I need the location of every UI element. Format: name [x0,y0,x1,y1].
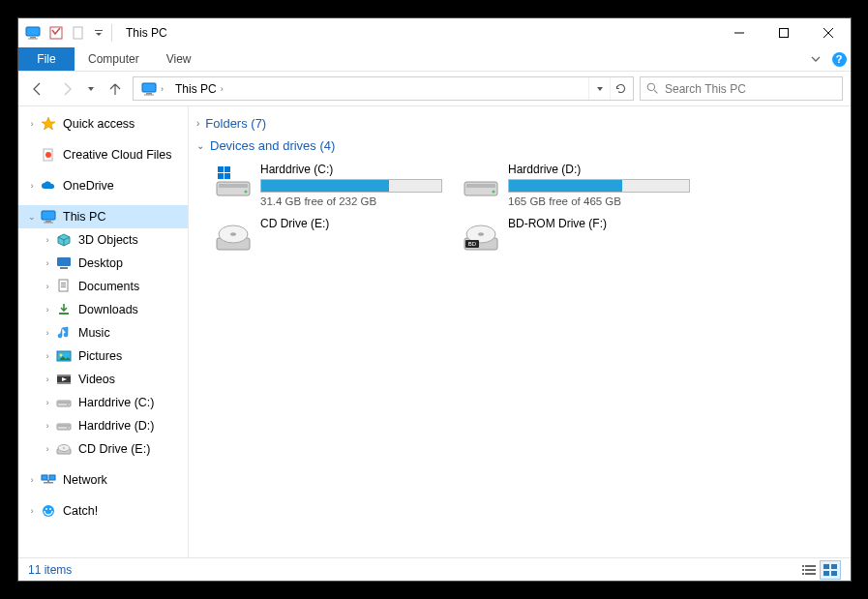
chevron-right-icon[interactable]: › [42,398,53,407]
drive-item[interactable]: Harddrive (C:)31.4 GB free of 232 GB [210,159,452,213]
drive-icon [55,394,73,411]
chevron-right-icon[interactable]: › [26,181,38,191]
svg-rect-64 [805,565,816,567]
maximize-button[interactable] [762,18,806,47]
forward-button[interactable] [55,77,78,101]
svg-point-54 [492,190,494,193]
svg-rect-50 [218,173,224,179]
chevron-right-icon[interactable]: › [42,421,53,431]
svg-rect-4 [74,27,82,39]
file-tab[interactable]: File [18,47,75,71]
chevron-right-icon[interactable]: › [221,84,224,94]
chevron-right-icon[interactable]: › [42,305,53,314]
svg-point-13 [45,152,51,158]
address-history-dropdown[interactable] [588,77,610,100]
chevron-right-icon[interactable]: › [26,119,38,129]
group-folders[interactable]: › Folders (7) [196,114,843,136]
sidebar-item-3d-objects[interactable]: ›3D Objects [18,228,188,252]
qat-dropdown-icon[interactable] [92,22,105,44]
drive-usage-bar [508,179,690,193]
svg-rect-1 [30,37,36,39]
svg-rect-38 [42,475,47,480]
svg-rect-51 [224,173,230,179]
svg-rect-67 [802,573,804,575]
sidebar-item-pictures[interactable]: ›Pictures [18,344,188,368]
sidebar-item-label: Downloads [78,303,138,316]
sidebar-item-creative-cloud-files[interactable]: Creative Cloud Files [18,143,188,166]
chevron-right-icon[interactable]: › [42,328,53,338]
svg-point-25 [60,354,63,357]
refresh-button[interactable] [610,77,631,100]
drive-item[interactable]: BDBD-ROM Drive (F:) [458,213,700,267]
close-button[interactable] [806,18,851,47]
drive-name: BD-ROM Drive (F:) [508,217,696,230]
svg-point-47 [244,190,247,193]
svg-point-44 [49,508,51,510]
address-root-icon[interactable]: › [135,81,169,97]
chevron-right-icon[interactable]: › [42,282,53,291]
chevron-right-icon[interactable]: › [42,444,53,454]
chevron-right-icon[interactable]: › [42,374,53,384]
address-location: This PC [175,82,217,96]
qat-properties-icon[interactable] [45,22,67,44]
search-icon [646,82,659,95]
svg-rect-15 [45,221,51,223]
svg-point-60 [478,232,484,236]
sidebar-item-downloads[interactable]: ›Downloads [18,298,188,321]
svg-rect-17 [57,257,71,266]
chevron-right-icon[interactable]: › [42,258,53,268]
sidebar-item-videos[interactable]: ›Videos [18,368,188,391]
disc-icon [55,440,73,458]
tab-computer[interactable]: Computer [75,47,153,71]
sidebar-item-network[interactable]: ›Network [18,468,188,492]
sidebar-item-harddrive-c-[interactable]: ›Harddrive (C:) [18,391,188,414]
chevron-right-icon[interactable]: › [26,506,38,516]
search-box[interactable] [640,76,843,101]
view-details-button[interactable] [798,560,820,580]
address-segment[interactable]: This PC › [169,82,229,96]
cloud-doc-icon [40,146,57,164]
recent-dropdown-icon[interactable] [84,77,98,101]
sidebar-item-this-pc[interactable]: ⌄This PC [18,205,188,228]
drive-item[interactable]: Harddrive (D:)165 GB free of 465 GB [458,159,700,213]
app-icon [22,22,44,44]
sidebar-item-label: Pictures [78,349,122,363]
svg-rect-14 [42,211,55,220]
group-devices[interactable]: ⌄ Devices and drives (4) [196,136,843,159]
sidebar-item-harddrive-d-[interactable]: ›Harddrive (D:) [18,414,188,437]
svg-rect-21 [61,285,66,285]
up-button[interactable] [104,77,127,101]
chevron-right-icon[interactable]: › [42,351,53,361]
chevron-right-icon[interactable]: › [42,235,53,245]
sidebar-item-label: Documents [78,280,139,293]
chevron-right-icon[interactable]: › [26,475,38,485]
drive-c-icon [214,163,253,201]
ribbon-expand-icon[interactable] [804,47,827,71]
video-icon [55,371,73,388]
svg-rect-53 [466,184,495,188]
chevron-down-icon[interactable]: ⌄ [26,212,38,222]
sidebar-item-cd-drive-e-[interactable]: ›CD Drive (E:) [18,437,188,461]
sidebar-item-label: Music [78,326,110,340]
sidebar-item-label: Quick access [63,117,135,131]
svg-rect-69 [823,564,829,569]
view-tiles-button[interactable] [820,560,841,580]
search-input[interactable] [665,82,836,96]
sidebar-item-catch-[interactable]: ›Catch! [18,499,188,523]
help-button[interactable]: ? [827,47,851,71]
minimize-button[interactable] [717,18,762,47]
back-button[interactable] [26,77,49,101]
chevron-right-icon[interactable]: › [161,84,164,94]
sidebar-item-quick-access[interactable]: ›Quick access [18,112,188,135]
sidebar-item-music[interactable]: ›Music [18,321,188,344]
svg-rect-39 [49,475,55,480]
svg-rect-48 [218,166,224,172]
address-bar[interactable]: › This PC › [133,76,634,101]
sidebar-item-desktop[interactable]: ›Desktop [18,252,188,275]
tab-view[interactable]: View [153,47,205,71]
sidebar-item-label: CD Drive (E:) [78,442,150,456]
qat-newfolder-icon[interactable] [69,22,90,44]
sidebar-item-documents[interactable]: ›Documents [18,275,188,298]
drive-item[interactable]: CD Drive (E:) [210,213,452,267]
sidebar-item-onedrive[interactable]: ›OneDrive [18,174,188,197]
